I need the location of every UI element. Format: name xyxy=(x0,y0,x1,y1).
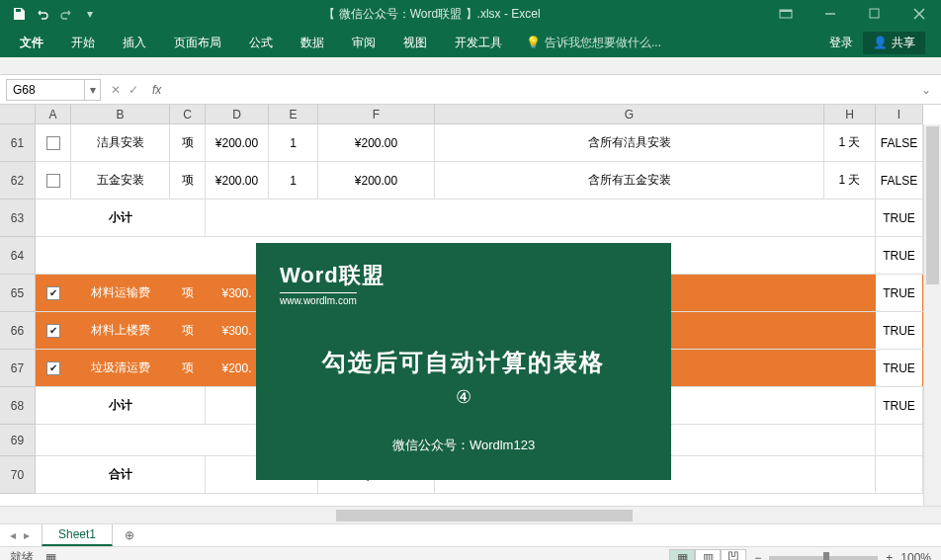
view-page-layout-icon[interactable]: ▥ xyxy=(695,549,721,561)
cell[interactable]: 项 xyxy=(170,162,206,199)
name-box-input[interactable] xyxy=(7,83,84,97)
maximize-icon[interactable] xyxy=(852,0,897,28)
row-header-65[interactable]: 65 xyxy=(0,275,35,312)
undo-icon[interactable] xyxy=(32,3,53,25)
formula-bar-expand-icon[interactable]: ⌄ xyxy=(917,83,935,97)
ribbon-options-icon[interactable] xyxy=(763,0,808,28)
select-all-corner[interactable] xyxy=(0,105,36,124)
row-header-69[interactable]: 69 xyxy=(0,425,35,456)
cell[interactable]: TRUE xyxy=(876,312,923,349)
cell[interactable]: 含所有洁具安装 xyxy=(435,124,824,161)
macro-record-icon[interactable]: ▦ xyxy=(45,551,56,561)
tab-formulas[interactable]: 公式 xyxy=(235,28,287,57)
cell[interactable]: FALSE xyxy=(876,124,923,161)
cell[interactable]: 垃圾清运费 xyxy=(71,350,170,386)
cell[interactable]: 五金安装 xyxy=(71,162,170,199)
row-header-68[interactable]: 68 xyxy=(0,387,35,425)
close-icon[interactable] xyxy=(897,0,941,28)
tab-data[interactable]: 数据 xyxy=(287,28,338,57)
fx-label[interactable]: fx xyxy=(148,83,165,97)
col-header-E[interactable]: E xyxy=(269,105,318,123)
cell[interactable]: 含所有五金安装 xyxy=(435,162,824,199)
cell[interactable] xyxy=(876,425,923,455)
cell[interactable]: TRUE xyxy=(876,275,923,311)
redo-icon[interactable] xyxy=(55,3,77,25)
col-header-A[interactable]: A xyxy=(36,105,71,123)
cell[interactable]: TRUE xyxy=(876,387,923,424)
col-header-G[interactable]: G xyxy=(435,105,824,123)
cell[interactable]: ¥200.00 xyxy=(206,162,269,199)
tab-home[interactable]: 开始 xyxy=(57,28,109,57)
sheet-tab-sheet1[interactable]: Sheet1 xyxy=(42,524,113,546)
checkbox[interactable] xyxy=(46,174,60,188)
cell[interactable]: 项 xyxy=(170,275,206,311)
col-header-B[interactable]: B xyxy=(71,105,170,123)
sheet-nav-prev-icon[interactable]: ◂ xyxy=(10,528,16,542)
col-header-H[interactable]: H xyxy=(824,105,876,123)
row-header-63[interactable]: 63 xyxy=(0,200,35,237)
tab-developer[interactable]: 开发工具 xyxy=(441,28,516,57)
subtotal-label[interactable]: 小计 xyxy=(36,200,206,236)
cell[interactable]: TRUE xyxy=(876,237,923,274)
horizontal-scrollbar[interactable] xyxy=(0,506,941,523)
col-header-F[interactable]: F xyxy=(318,105,435,123)
row-header-62[interactable]: 62 xyxy=(0,162,35,200)
row-header-64[interactable]: 64 xyxy=(0,237,35,275)
enter-icon[interactable]: ✓ xyxy=(128,83,138,97)
col-header-C[interactable]: C xyxy=(170,105,206,123)
new-sheet-icon[interactable]: ⊕ xyxy=(119,524,140,546)
scroll-thumb[interactable] xyxy=(926,126,939,284)
cell[interactable] xyxy=(876,456,923,493)
checkbox[interactable] xyxy=(46,136,60,150)
cell[interactable]: 1 xyxy=(269,124,318,161)
tab-layout[interactable]: 页面布局 xyxy=(160,28,235,57)
view-page-break-icon[interactable]: 凹 xyxy=(721,549,746,561)
name-box-dropdown-icon[interactable]: ▾ xyxy=(84,80,100,100)
row-header-70[interactable]: 70 xyxy=(0,456,35,494)
zoom-out-icon[interactable]: − xyxy=(754,551,761,561)
row-header-67[interactable]: 67 xyxy=(0,350,35,387)
cell[interactable]: ¥200.00 xyxy=(206,124,269,161)
col-header-D[interactable]: D xyxy=(206,105,269,123)
cell[interactable]: 1 xyxy=(269,162,318,199)
scroll-thumb[interactable] xyxy=(336,510,633,521)
cancel-icon[interactable]: ✕ xyxy=(111,83,121,97)
zoom-slider[interactable] xyxy=(769,556,878,560)
col-header-I[interactable]: I xyxy=(876,105,923,123)
checkbox[interactable]: ✔ xyxy=(46,324,60,338)
tell-me-search[interactable]: 💡告诉我您想要做什么... xyxy=(516,35,671,51)
minimize-icon[interactable] xyxy=(808,0,852,28)
share-button[interactable]: 👤共享 xyxy=(863,32,925,54)
cell[interactable]: ¥200.00 xyxy=(318,162,435,199)
save-icon[interactable] xyxy=(8,3,30,25)
cell[interactable]: TRUE xyxy=(876,350,923,386)
row-header-61[interactable]: 61 xyxy=(0,124,35,162)
checkbox[interactable]: ✔ xyxy=(46,361,60,375)
cell[interactable]: 1 天 xyxy=(824,162,876,199)
cell[interactable]: 项 xyxy=(170,124,206,161)
view-normal-icon[interactable]: ▦ xyxy=(669,549,695,561)
vertical-scrollbar[interactable] xyxy=(923,124,941,506)
login-link[interactable]: 登录 xyxy=(829,35,853,51)
tab-file[interactable]: 文件 xyxy=(6,28,57,57)
tab-insert[interactable]: 插入 xyxy=(109,28,160,57)
cell[interactable]: TRUE xyxy=(876,200,923,236)
zoom-in-icon[interactable]: + xyxy=(886,551,893,561)
cell[interactable]: 项 xyxy=(170,350,206,386)
checkbox[interactable]: ✔ xyxy=(46,286,60,300)
name-box[interactable]: ▾ xyxy=(6,79,101,101)
cell[interactable]: 材料运输费 xyxy=(71,275,170,311)
cell[interactable]: 洁具安装 xyxy=(71,124,170,161)
formula-input[interactable] xyxy=(171,79,911,101)
cell[interactable]: ¥200.00 xyxy=(318,124,435,161)
row-header-66[interactable]: 66 xyxy=(0,312,35,350)
total-label[interactable]: 合计 xyxy=(36,456,206,493)
subtotal-label[interactable]: 小计 xyxy=(36,387,206,424)
cell[interactable]: 1 天 xyxy=(824,124,876,161)
zoom-level[interactable]: 100% xyxy=(900,551,931,561)
cell[interactable] xyxy=(206,200,876,236)
sheet-nav-next-icon[interactable]: ▸ xyxy=(24,528,30,542)
cell[interactable]: FALSE xyxy=(876,162,923,199)
tab-review[interactable]: 审阅 xyxy=(338,28,389,57)
cell[interactable]: 项 xyxy=(170,312,206,349)
